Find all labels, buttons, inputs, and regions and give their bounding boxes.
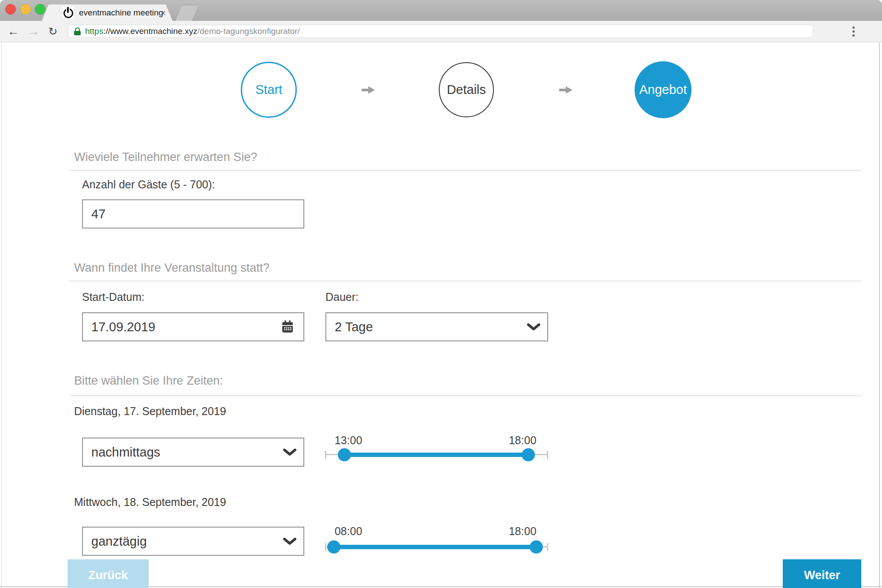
minimize-window-button[interactable] bbox=[20, 4, 31, 15]
day2-date-label: Mittwoch, 18. September, 2019 bbox=[74, 496, 226, 509]
url-host: ://www.eventmachine.xyz bbox=[103, 26, 197, 36]
day1-date-label: Dienstag, 17. September, 2019 bbox=[74, 405, 226, 418]
arrow-right-icon bbox=[361, 85, 376, 95]
step-angebot[interactable]: Angebot bbox=[635, 61, 691, 118]
range-start-handle[interactable] bbox=[338, 448, 351, 461]
back-icon[interactable]: ← bbox=[5, 21, 21, 42]
toolbar: ← → ↻ https://www.eventmachine.xyz/demo-… bbox=[0, 21, 882, 42]
guests-label: Anzahl der Gäste (5 - 700): bbox=[82, 178, 215, 191]
close-window-button[interactable] bbox=[5, 4, 16, 15]
chevron-down-icon bbox=[283, 538, 296, 545]
url-path: /demo-tagungskonfigurator/ bbox=[198, 26, 300, 36]
arrow-right-icon bbox=[558, 85, 573, 95]
section-divider bbox=[69, 281, 861, 281]
browser-window: eventmachine meeting × ← → ↻ https://www… bbox=[0, 0, 882, 588]
reload-icon[interactable]: ↻ bbox=[45, 21, 61, 42]
slider-tick bbox=[547, 543, 548, 551]
browser-tab[interactable]: eventmachine meeting × bbox=[42, 4, 172, 21]
forward-icon: → bbox=[26, 21, 41, 42]
day1-start-time: 13:00 bbox=[324, 434, 373, 447]
day1-daypart-value: nachmittags bbox=[91, 438, 160, 466]
range-end-handle[interactable] bbox=[530, 540, 543, 554]
tab-title: eventmachine meeting bbox=[79, 4, 163, 21]
slider-selected-range bbox=[334, 545, 536, 549]
chevron-down-icon bbox=[527, 323, 540, 331]
duration-select[interactable]: 2 Tage bbox=[325, 312, 548, 341]
start-date-input[interactable]: 17.09.2019 bbox=[82, 312, 304, 341]
day1-end-time: 18:00 bbox=[498, 434, 547, 447]
back-button[interactable]: Zurück bbox=[67, 559, 149, 588]
new-tab-button[interactable] bbox=[176, 5, 199, 22]
start-date-value: 17.09.2019 bbox=[91, 313, 155, 341]
window-right-border bbox=[879, 42, 880, 588]
calendar-icon[interactable] bbox=[280, 320, 295, 334]
range-start-handle[interactable] bbox=[327, 540, 340, 554]
section-divider bbox=[69, 170, 861, 171]
step-start[interactable]: Start bbox=[241, 62, 297, 118]
url-scheme: https bbox=[85, 26, 103, 36]
address-bar[interactable]: https://www.eventmachine.xyz/demo-tagung… bbox=[68, 25, 813, 38]
chevron-down-icon bbox=[283, 449, 296, 456]
duration-label: Dauer: bbox=[325, 291, 359, 303]
times-heading: Bitte wählen Sie Ihre Zeiten: bbox=[74, 374, 223, 388]
section-divider bbox=[69, 395, 861, 396]
participants-heading: Wieviele Teilnehmer erwarten Sie? bbox=[74, 150, 257, 164]
day2-start-time: 08:00 bbox=[324, 525, 373, 538]
window-left-border bbox=[1, 42, 2, 588]
browser-menu-icon[interactable] bbox=[847, 25, 860, 38]
day2-daypart-value: ganztägig bbox=[91, 528, 147, 555]
slider-selected-range bbox=[344, 453, 528, 457]
titlebar: eventmachine meeting × bbox=[0, 0, 882, 21]
power-favicon-icon bbox=[62, 7, 74, 18]
next-button[interactable]: Weiter bbox=[783, 559, 861, 588]
slider-tick bbox=[325, 451, 326, 459]
slider-tick bbox=[547, 451, 548, 459]
start-date-label: Start-Datum: bbox=[82, 291, 145, 303]
zoom-window-button[interactable] bbox=[35, 4, 45, 15]
day2-end-time: 18:00 bbox=[498, 525, 547, 538]
schedule-heading: Wann findet Ihre Veranstaltung statt? bbox=[74, 261, 269, 275]
range-end-handle[interactable] bbox=[522, 448, 535, 461]
guests-input[interactable]: 47 bbox=[82, 199, 304, 228]
url-text: https://www.eventmachine.xyz/demo-tagung… bbox=[85, 25, 300, 37]
day2-daypart-select[interactable]: ganztägig bbox=[82, 527, 304, 556]
secure-lock-icon[interactable] bbox=[74, 27, 81, 36]
guests-value: 47 bbox=[91, 200, 105, 228]
day1-daypart-select[interactable]: nachmittags bbox=[82, 438, 304, 467]
step-details[interactable]: Details bbox=[439, 62, 494, 117]
tab-close-icon[interactable]: × bbox=[157, 4, 170, 21]
slider-tick bbox=[325, 543, 326, 551]
duration-value: 2 Tage bbox=[335, 313, 373, 341]
